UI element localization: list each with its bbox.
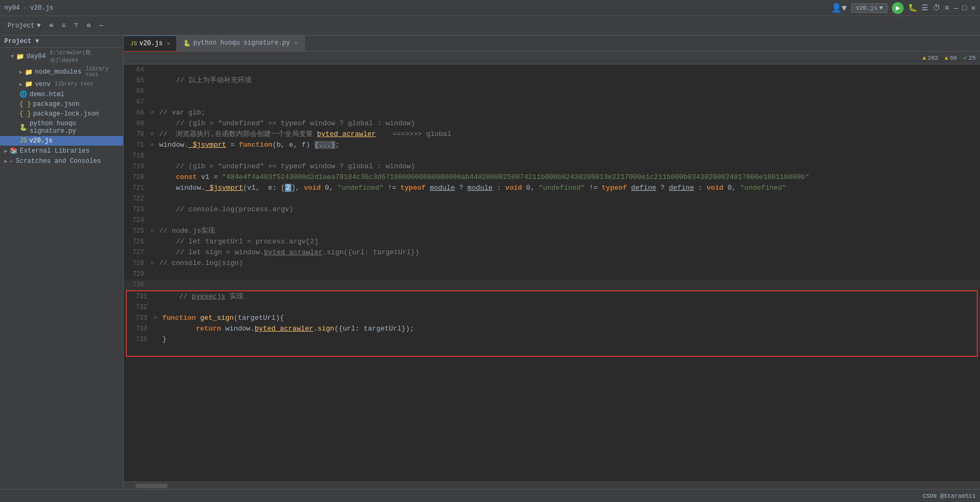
tab-py-icon: 🐍 [183, 40, 191, 47]
profile-icon[interactable]: ⏱ [933, 4, 940, 12]
ext-libs-icon: 📚 [10, 147, 18, 155]
sidebar-title: Project ▼ [4, 38, 39, 45]
code-line-732: 732 [127, 302, 977, 313]
debug-icon[interactable]: 🐛 [908, 3, 917, 12]
sidebar-item-python-sig[interactable]: 🐍 python huoqu signature.py [0, 119, 123, 136]
code-line-65: 65 // 以上为手动补充环境 [124, 75, 980, 86]
minimize-btn[interactable]: — [954, 4, 958, 12]
sidebar-item-v20js[interactable]: JS v20.js [0, 136, 123, 146]
code-content: } [162, 334, 977, 345]
tab-close-v20js[interactable]: ✕ [167, 40, 170, 47]
file-label: package.json [33, 101, 80, 108]
run-button[interactable]: ▶ [892, 2, 904, 14]
sidebar-item-package-lock[interactable]: { } package-lock.json [0, 109, 123, 119]
sync-icon[interactable]: ⊕ [46, 20, 56, 31]
line-num: 733 [127, 313, 154, 324]
expand-arrow: ▶ [4, 148, 8, 154]
expand-arrow: ▶ [19, 81, 23, 88]
structure-icon[interactable]: ≡ [59, 21, 69, 31]
line-num: 729 [124, 269, 151, 279]
warning-num: 69 [950, 55, 957, 61]
code-content: // console.log(process.argv) [159, 204, 980, 215]
error-count[interactable]: ▲ 202 [922, 55, 938, 61]
line-num: 718 [124, 150, 151, 161]
coverage-icon[interactable]: ☰ [921, 3, 928, 12]
code-line-71: 71 ⊖ window._$jsvmprt = function(b, e, f… [124, 140, 980, 150]
sidebar-item-demo-html[interactable]: 🌐 demo.html [0, 89, 123, 99]
tab-python-sig[interactable]: 🐍 python huoqu signature.py ✕ [177, 35, 304, 51]
hierarchy-icon[interactable]: ⊤ [71, 20, 81, 31]
horizontal-scrollbar[interactable] [124, 482, 980, 489]
code-line-empty [127, 345, 977, 356]
code-line-729: 729 [124, 269, 980, 279]
run-config-label: v20.js [856, 5, 877, 11]
error-icon: ▲ [922, 55, 926, 61]
main-layout: Project ▼ ▼ 📁 day04 E:\crawler(爬虫)\day04… [0, 35, 980, 489]
project-label: ny04 [4, 4, 20, 12]
user-icon[interactable]: 👤▼ [831, 3, 847, 13]
line-num: 735 [127, 334, 154, 345]
warning-count[interactable]: ▲ 69 [945, 55, 957, 61]
scratches-label: Scratches and Consoles [16, 157, 101, 165]
sidebar-item-package-json[interactable]: { } package.json [0, 99, 123, 109]
more-icon[interactable]: ≡ [945, 4, 949, 12]
close-btn[interactable]: ✕ [971, 3, 976, 12]
minimize-panel-icon[interactable]: — [96, 21, 106, 31]
tab-label: python huoqu signature.py [193, 39, 290, 47]
folder-label: node_modules [35, 68, 81, 76]
warning-icon: ▲ [945, 55, 948, 61]
run-config-btn[interactable]: v20.js ▼ [851, 3, 888, 13]
code-line-726: 726 // let targetUrl = process.argv[2] [124, 236, 980, 247]
tab-v20js[interactable]: JS v20.js ✕ [124, 35, 177, 51]
line-num: 720 [124, 172, 151, 183]
sidebar-item-node-modules[interactable]: ▶ 📁 node_modules library root [0, 65, 123, 79]
line-num: 728 [124, 258, 151, 269]
line-num: 65 [124, 75, 151, 86]
scrollbar-thumb[interactable] [135, 484, 168, 488]
config-chevron: ▼ [879, 5, 883, 11]
tabs-bar: JS v20.js ✕ 🐍 python huoqu signature.py … [124, 35, 980, 52]
code-content: // (glb = "undefined" == typeof window ?… [159, 118, 980, 129]
code-line-67: 67 [124, 97, 980, 107]
ok-count[interactable]: ✔ 25 [963, 54, 976, 61]
code-line-718: 718 [124, 150, 980, 161]
file-label: v20.js [29, 137, 52, 145]
fold-gutter: ⊖ [151, 140, 159, 150]
code-line-735: 735 } [127, 334, 977, 345]
file-label: demo.html [30, 91, 65, 98]
code-line-724: 724 [124, 215, 980, 226]
sidebar-item-external-libs[interactable]: ▶ 📚 External Libraries [0, 146, 123, 156]
maximize-btn[interactable]: □ [962, 4, 967, 12]
sidebar-header[interactable]: Project ▼ [0, 35, 123, 48]
sidebar-item-venv[interactable]: ▶ 📁 venv library root [0, 79, 123, 89]
line-num: 732 [127, 302, 154, 313]
code-content: // pyexecjs 实现 [162, 291, 977, 302]
code-content: const v1 = "484e4f4a403f5243000d2d1aea78… [159, 172, 980, 183]
project-menu[interactable]: Project ▼ [4, 21, 44, 31]
code-line-e2 [124, 368, 980, 378]
code-content: // let sign = window.byted_acrawler.sign… [159, 247, 980, 258]
code-editor[interactable]: 64 65 // 以上为手动补充环境 66 67 [124, 64, 980, 482]
sidebar-item-day04[interactable]: ▼ 📁 day04 E:\crawler(爬虫)\day04 [0, 48, 123, 65]
line-num: 730 [124, 279, 151, 290]
html-file-icon: 🌐 [19, 90, 27, 98]
code-line-734: 734 return window.byted_acrawler.sign({u… [127, 324, 977, 334]
settings-icon[interactable]: ⚙ [83, 20, 94, 31]
ok-icon: ✔ [963, 54, 967, 61]
line-num: 68 [124, 107, 151, 118]
code-content: // 以上为手动补充环境 [159, 75, 980, 86]
fold-gutter: ⊖ [154, 313, 162, 324]
code-line-68: 68 ⊖ // var glb; [124, 107, 980, 118]
line-num: 721 [124, 183, 151, 193]
code-content: window._$jsvmprt = function(b, e, f) {..… [159, 140, 980, 150]
folder-label: day04 [26, 53, 46, 60]
editor-area: JS v20.js ✕ 🐍 python huoqu signature.py … [124, 35, 980, 489]
tab-js-icon: JS [130, 40, 137, 47]
code-content: return window.byted_acrawler.sign({url: … [162, 324, 977, 334]
sidebar-item-scratches[interactable]: ▶ ✏ Scratches and Consoles [0, 156, 123, 166]
code-line-e1 [124, 357, 980, 368]
code-content: // (glb = "undefined" == typeof window ?… [159, 161, 980, 172]
code-line-722: 722 [124, 193, 980, 204]
folder-icon: 📁 [25, 68, 33, 76]
tab-close-sig[interactable]: ✕ [294, 40, 297, 46]
